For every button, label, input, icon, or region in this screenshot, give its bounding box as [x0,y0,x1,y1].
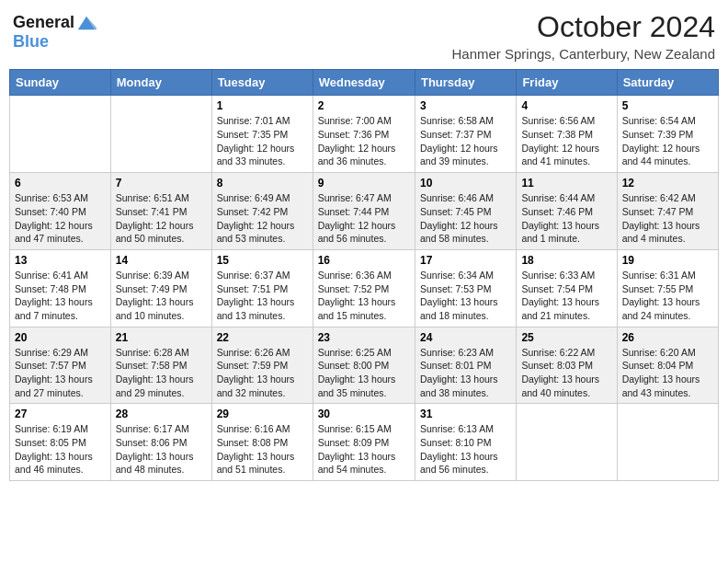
day-number: 30 [318,408,410,420]
calendar-week-row: 1Sunrise: 7:01 AMSunset: 7:35 PMDaylight… [10,96,719,173]
table-row: 10Sunrise: 6:46 AMSunset: 7:45 PMDayligh… [415,173,516,250]
col-monday: Monday [110,70,211,96]
table-row: 16Sunrise: 6:36 AMSunset: 7:52 PMDayligh… [313,249,415,327]
day-info: Sunrise: 6:26 AMSunset: 7:59 PMDaylight:… [217,346,308,400]
day-info: Sunrise: 6:29 AMSunset: 7:57 PMDaylight:… [15,346,106,400]
day-number: 11 [521,177,611,190]
table-row: 6Sunrise: 6:53 AMSunset: 7:40 PMDaylight… [10,173,111,250]
table-row [10,96,111,173]
day-number: 1 [217,99,308,112]
day-info: Sunrise: 6:33 AMSunset: 7:54 PMDaylight:… [521,269,611,323]
day-number: 12 [622,177,713,190]
day-info: Sunrise: 6:37 AMSunset: 7:51 PMDaylight:… [217,269,308,323]
logo-general: General [13,14,74,32]
col-wednesday: Wednesday [313,70,415,96]
day-number: 20 [15,331,106,344]
day-info: Sunrise: 6:49 AMSunset: 7:42 PMDaylight:… [217,191,308,246]
day-info: Sunrise: 6:22 AMSunset: 8:03 PMDaylight:… [521,346,611,400]
table-row: 30Sunrise: 6:15 AMSunset: 8:09 PMDayligh… [313,404,415,481]
table-row: 1Sunrise: 7:01 AMSunset: 7:35 PMDaylight… [211,96,313,173]
title-block: October 2024 Hanmer Springs, Canterbury,… [451,9,715,62]
table-row: 12Sunrise: 6:42 AMSunset: 7:47 PMDayligh… [617,173,718,250]
day-number: 23 [318,331,410,344]
day-number: 14 [116,254,207,267]
main-title: October 2024 [451,9,715,44]
day-number: 21 [116,331,207,344]
col-sunday: Sunday [10,70,111,96]
day-number: 2 [318,99,410,112]
table-row: 21Sunrise: 6:28 AMSunset: 7:58 PMDayligh… [110,327,211,404]
day-info: Sunrise: 6:19 AMSunset: 8:05 PMDaylight:… [15,422,106,477]
day-info: Sunrise: 6:34 AMSunset: 7:53 PMDaylight:… [420,269,511,323]
table-row: 19Sunrise: 6:31 AMSunset: 7:55 PMDayligh… [617,249,718,327]
calendar-week-row: 27Sunrise: 6:19 AMSunset: 8:05 PMDayligh… [10,404,719,481]
day-info: Sunrise: 6:16 AMSunset: 8:08 PMDaylight:… [217,422,308,477]
day-info: Sunrise: 6:44 AMSunset: 7:46 PMDaylight:… [521,191,611,246]
table-row: 2Sunrise: 7:00 AMSunset: 7:36 PMDaylight… [313,96,415,173]
day-info: Sunrise: 6:46 AMSunset: 7:45 PMDaylight:… [420,191,511,246]
day-number: 18 [521,254,611,267]
day-info: Sunrise: 6:56 AMSunset: 7:38 PMDaylight:… [521,114,611,168]
day-info: Sunrise: 6:39 AMSunset: 7:49 PMDaylight:… [116,269,207,323]
table-row: 15Sunrise: 6:37 AMSunset: 7:51 PMDayligh… [211,249,313,327]
table-row: 23Sunrise: 6:25 AMSunset: 8:00 PMDayligh… [313,327,415,404]
table-row: 9Sunrise: 6:47 AMSunset: 7:44 PMDaylight… [313,173,415,250]
table-row [517,404,617,481]
table-row: 14Sunrise: 6:39 AMSunset: 7:49 PMDayligh… [110,249,211,327]
day-number: 5 [622,99,713,112]
day-number: 24 [420,331,511,344]
logo-icon [76,13,97,33]
day-info: Sunrise: 6:42 AMSunset: 7:47 PMDaylight:… [622,191,713,246]
table-row: 24Sunrise: 6:23 AMSunset: 8:01 PMDayligh… [415,327,516,404]
table-row [110,96,211,173]
day-number: 27 [15,408,106,420]
day-info: Sunrise: 6:53 AMSunset: 7:40 PMDaylight:… [15,191,106,246]
day-info: Sunrise: 6:13 AMSunset: 8:10 PMDaylight:… [420,422,511,477]
day-number: 15 [217,254,308,267]
day-number: 31 [420,408,511,420]
table-row: 27Sunrise: 6:19 AMSunset: 8:05 PMDayligh… [10,404,111,481]
day-info: Sunrise: 6:17 AMSunset: 8:06 PMDaylight:… [116,422,207,477]
table-row: 3Sunrise: 6:58 AMSunset: 7:37 PMDaylight… [415,96,516,173]
subtitle: Hanmer Springs, Canterbury, New Zealand [451,46,715,62]
table-row: 17Sunrise: 6:34 AMSunset: 7:53 PMDayligh… [415,249,516,327]
table-row [617,404,718,481]
calendar-header-row: Sunday Monday Tuesday Wednesday Thursday… [10,70,719,96]
table-row: 5Sunrise: 6:54 AMSunset: 7:39 PMDaylight… [617,96,718,173]
day-number: 6 [15,177,106,190]
day-info: Sunrise: 6:54 AMSunset: 7:39 PMDaylight:… [622,114,713,168]
day-info: Sunrise: 6:36 AMSunset: 7:52 PMDaylight:… [318,269,410,323]
page-header: General Blue October 2024 Hanmer Springs… [9,9,719,62]
day-info: Sunrise: 6:41 AMSunset: 7:48 PMDaylight:… [15,269,106,323]
day-info: Sunrise: 6:20 AMSunset: 8:04 PMDaylight:… [622,346,713,400]
logo: General Blue [13,13,97,52]
table-row: 13Sunrise: 6:41 AMSunset: 7:48 PMDayligh… [10,249,111,327]
day-number: 13 [15,254,106,267]
col-saturday: Saturday [617,70,718,96]
table-row: 20Sunrise: 6:29 AMSunset: 7:57 PMDayligh… [10,327,111,404]
day-number: 28 [116,408,207,420]
col-friday: Friday [517,70,617,96]
day-number: 9 [318,177,410,190]
table-row: 26Sunrise: 6:20 AMSunset: 8:04 PMDayligh… [617,327,718,404]
col-tuesday: Tuesday [211,70,313,96]
day-info: Sunrise: 6:15 AMSunset: 8:09 PMDaylight:… [318,422,410,477]
day-number: 29 [217,408,308,420]
table-row: 8Sunrise: 6:49 AMSunset: 7:42 PMDaylight… [211,173,313,250]
table-row: 25Sunrise: 6:22 AMSunset: 8:03 PMDayligh… [517,327,617,404]
table-row: 18Sunrise: 6:33 AMSunset: 7:54 PMDayligh… [517,249,617,327]
day-info: Sunrise: 6:58 AMSunset: 7:37 PMDaylight:… [420,114,511,168]
day-number: 7 [116,177,207,190]
calendar-week-row: 6Sunrise: 6:53 AMSunset: 7:40 PMDaylight… [10,173,719,250]
col-thursday: Thursday [415,70,516,96]
day-info: Sunrise: 6:47 AMSunset: 7:44 PMDaylight:… [318,191,410,246]
day-info: Sunrise: 6:28 AMSunset: 7:58 PMDaylight:… [116,346,207,400]
table-row: 28Sunrise: 6:17 AMSunset: 8:06 PMDayligh… [110,404,211,481]
day-info: Sunrise: 7:01 AMSunset: 7:35 PMDaylight:… [217,114,308,168]
day-number: 4 [521,99,611,112]
table-row: 4Sunrise: 6:56 AMSunset: 7:38 PMDaylight… [517,96,617,173]
day-number: 8 [217,177,308,190]
table-row: 7Sunrise: 6:51 AMSunset: 7:41 PMDaylight… [110,173,211,250]
day-info: Sunrise: 7:00 AMSunset: 7:36 PMDaylight:… [318,114,410,168]
day-number: 22 [217,331,308,344]
